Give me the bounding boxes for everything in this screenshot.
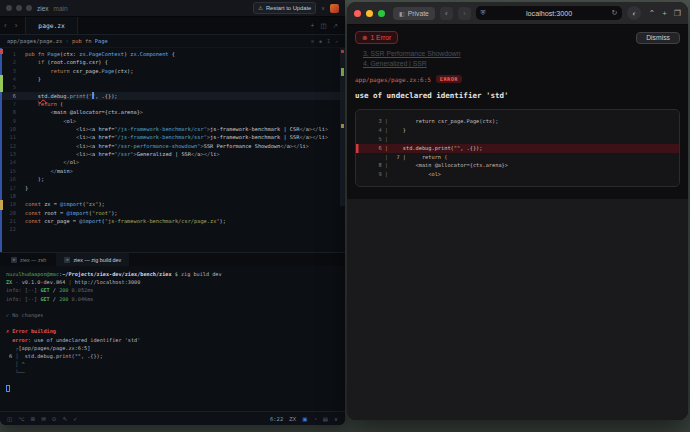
code-line[interactable]: 19const zx = @import("zx"); bbox=[0, 200, 345, 208]
code-line[interactable]: 10 <li><a href="/js-framework-benchmark/… bbox=[0, 125, 345, 133]
split-pane-icon[interactable]: ◫ bbox=[320, 22, 326, 30]
language-indicator[interactable]: ZX bbox=[289, 416, 296, 422]
restart-to-update-label: Restart to Update bbox=[266, 5, 311, 11]
line-number: 16 bbox=[0, 175, 25, 183]
token: 6 bbox=[6, 353, 15, 359]
code-line[interactable]: 6 std.debug.print("", .{}); bbox=[0, 92, 345, 100]
nav-forward-icon[interactable]: › bbox=[11, 17, 22, 34]
page-link[interactable]: 4. Generalized | SSR bbox=[363, 59, 680, 69]
close-window-button[interactable] bbox=[6, 5, 12, 11]
error-count-pill[interactable]: ⊗ 1 Error bbox=[355, 31, 398, 44]
avatar[interactable] bbox=[330, 4, 339, 13]
token: [app/pages/page.zx:6:5] bbox=[19, 345, 91, 351]
zoom-pane-icon[interactable]: ↗ bbox=[333, 22, 338, 30]
code-line[interactable]: 5 bbox=[0, 83, 345, 91]
dismiss-button[interactable]: Dismiss bbox=[636, 32, 680, 44]
terminal-line bbox=[6, 303, 345, 311]
project-name[interactable]: ziex bbox=[37, 5, 49, 12]
selection-mode-icon[interactable]: I bbox=[327, 38, 330, 44]
breadcrumb[interactable]: app/pages/page.zx · pub fn Page ⊙◆I↗ bbox=[0, 35, 345, 48]
token: ></ bbox=[309, 134, 319, 140]
code-line[interactable]: 16 ); bbox=[0, 175, 345, 183]
tab-overview-icon[interactable]: ❐ bbox=[674, 9, 681, 18]
new-tab-icon[interactable]: + bbox=[662, 9, 667, 18]
code-line[interactable]: 4 } bbox=[0, 75, 345, 83]
forward-button[interactable]: › bbox=[458, 7, 471, 20]
terminal-panel-icon[interactable]: ▤ bbox=[323, 416, 328, 422]
terminal-tab[interactable]: >ziex — zig build dev bbox=[56, 253, 129, 266]
nav-back-icon[interactable]: ‹ bbox=[0, 17, 11, 34]
notification-icon[interactable]: ◔ bbox=[313, 416, 316, 422]
code-line[interactable]: 7 return ( bbox=[0, 100, 345, 108]
private-browsing-badge[interactable]: ◧ Private bbox=[393, 7, 435, 20]
share-icon[interactable]: ⌃ bbox=[648, 9, 655, 18]
new-tab-icon[interactable]: + bbox=[311, 22, 315, 29]
token: pub fn bbox=[25, 51, 47, 57]
scrollbar-error-mark bbox=[341, 50, 344, 53]
page-settings-button[interactable]: ◐ bbox=[627, 6, 641, 20]
editor-scrollbar[interactable] bbox=[340, 48, 345, 252]
code-line[interactable]: 12 <li><a href="/ssr-performance-showdow… bbox=[0, 142, 345, 150]
code-line[interactable]: 1pub fn Page(ctx: zx.PageContext) zx.Com… bbox=[0, 50, 345, 58]
terminal[interactable]: nuzulhudaapon@mac:~/Projects/ziex-dev/zi… bbox=[0, 266, 345, 411]
token: const bbox=[25, 210, 41, 216]
code-line[interactable]: 14 </ol> bbox=[0, 158, 345, 166]
line-content: <li><a href="/js-framework-benchmark/ssr… bbox=[25, 133, 345, 141]
code-line[interactable]: 9 <ol> bbox=[0, 117, 345, 125]
file-path[interactable]: app/pages/page.zx:6:5 bbox=[355, 76, 431, 83]
collapse-panel-icon[interactable]: ∨ bbox=[334, 416, 338, 422]
token: @import bbox=[79, 218, 101, 224]
inlay-hint-icon[interactable]: ◆ bbox=[319, 38, 322, 44]
git-panel-icon[interactable]: ⌥ bbox=[18, 416, 24, 422]
token: zx = bbox=[41, 201, 60, 207]
minimize-window-button[interactable] bbox=[366, 10, 373, 17]
code-editor[interactable]: 1pub fn Page(ctx: zx.PageContext) zx.Com… bbox=[0, 48, 345, 252]
token: return bbox=[51, 68, 70, 74]
token bbox=[25, 151, 76, 157]
code-line[interactable]: 13 <li><a href="/ssr">Generalized | SSR<… bbox=[0, 150, 345, 158]
maximize-window-button[interactable] bbox=[26, 5, 32, 11]
line-content: <li><a href="/ssr-performance-showdown">… bbox=[25, 142, 345, 150]
restart-to-update-button[interactable]: ⚠ Restart to Update bbox=[253, 2, 316, 14]
code-line[interactable]: 18 bbox=[0, 192, 345, 200]
close-window-button[interactable] bbox=[354, 10, 361, 17]
token: { bbox=[169, 51, 175, 57]
project-panel-icon[interactable]: ◫ bbox=[7, 416, 12, 422]
terminal-tab[interactable]: >ziex — zsh bbox=[3, 253, 54, 266]
assistant-panel-icon[interactable]: ✎ bbox=[62, 416, 67, 422]
gutter-diff-added-mark bbox=[0, 75, 3, 92]
token bbox=[25, 101, 38, 107]
code-line[interactable]: 20const root = @import("root"); bbox=[0, 209, 345, 217]
maximize-window-button[interactable] bbox=[378, 10, 385, 17]
copilot-icon[interactable]: ▣ bbox=[302, 416, 307, 422]
tab-page-zx[interactable]: page.zx bbox=[25, 17, 78, 34]
back-button[interactable]: ‹ bbox=[440, 7, 453, 20]
code-line[interactable]: 11 <li><a href="/js-framework-benchmark/… bbox=[0, 133, 345, 141]
search-icon[interactable]: ⊙ bbox=[52, 416, 57, 422]
chat-panel-icon[interactable]: ✉ bbox=[41, 416, 46, 422]
code-line[interactable]: 21const csr_page = @import("js-framework… bbox=[0, 217, 345, 225]
diagnostics-icon[interactable]: ✓ bbox=[73, 416, 78, 422]
line-content: <main @allocator={ctx.arena}> bbox=[25, 108, 345, 116]
minimize-window-button[interactable] bbox=[16, 5, 22, 11]
code-line[interactable]: 15 </main> bbox=[0, 167, 345, 175]
reload-icon[interactable]: ↻ bbox=[612, 9, 618, 17]
code-line[interactable]: 8 <main @allocator={ctx.arena}> bbox=[0, 108, 345, 116]
address-bar[interactable]: ⛨ localhost:3000 ↻ bbox=[476, 6, 623, 20]
collab-panel-icon[interactable]: ⊞ bbox=[31, 416, 36, 422]
buffer-search-icon[interactable]: ⊙ bbox=[311, 38, 314, 44]
expand-editor-icon[interactable]: ↗ bbox=[335, 38, 338, 44]
token: ✗ Error building bbox=[6, 328, 56, 334]
code-line[interactable]: 3 return csr_page.Page(ctx); bbox=[0, 67, 345, 75]
code-line[interactable]: 2 if (root.config.csr) { bbox=[0, 58, 345, 66]
chevron-down-icon[interactable]: ∨ bbox=[321, 5, 325, 11]
line-number: 13 bbox=[0, 150, 25, 158]
cursor-position[interactable]: 6:22 bbox=[270, 416, 283, 422]
git-branch[interactable]: main bbox=[54, 5, 68, 12]
privacy-shield-icon[interactable]: ⛨ bbox=[481, 9, 486, 17]
code-line[interactable]: 17} bbox=[0, 184, 345, 192]
error-title: use of undeclared identifier 'std' bbox=[355, 91, 680, 100]
token: (root.config.csr) { bbox=[44, 59, 108, 65]
code-line[interactable]: 22 bbox=[0, 225, 345, 233]
page-link[interactable]: 3. SSR Performance Showdown bbox=[363, 49, 680, 59]
